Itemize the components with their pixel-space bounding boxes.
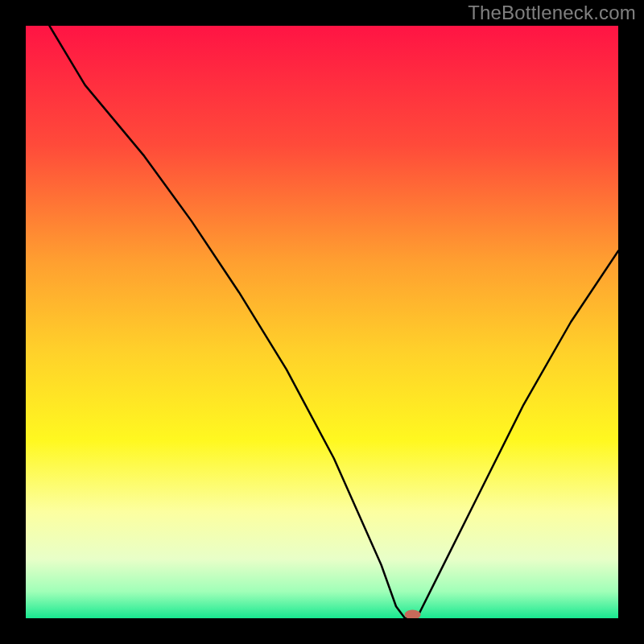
chart-frame: TheBottleneck.com [0,0,644,644]
chart-svg [26,26,618,618]
plot-area [26,26,618,618]
watermark-text: TheBottleneck.com [468,2,636,24]
gradient-background [26,26,618,618]
